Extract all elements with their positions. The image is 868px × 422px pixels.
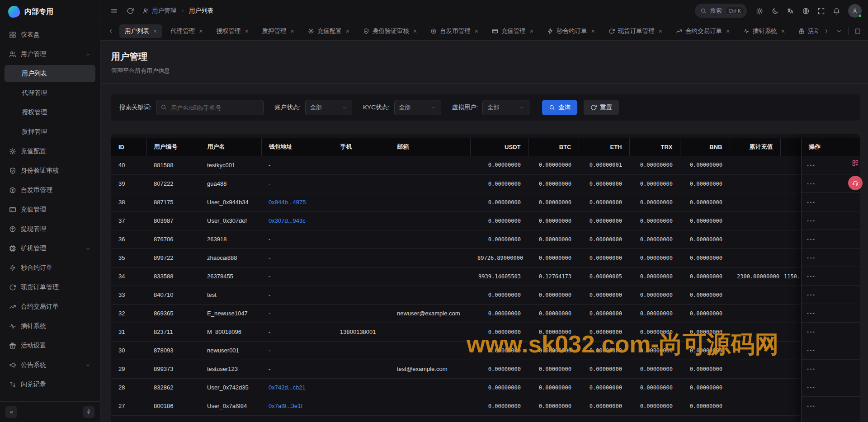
breadcrumb-root[interactable]: 用户管理 (143, 7, 176, 15)
sidebar-item[interactable]: 授权管理 (5, 104, 95, 121)
app-logo[interactable]: 内部专用 (0, 0, 100, 23)
close-icon[interactable]: × (659, 28, 662, 34)
row-actions-button[interactable]: ··· (807, 403, 816, 409)
row-actions-button[interactable]: ··· (807, 254, 816, 261)
row-actions-button[interactable]: ··· (807, 310, 816, 317)
tab[interactable]: 质押管理× (257, 24, 300, 38)
cell-wallet: - (261, 156, 333, 174)
close-icon[interactable]: × (199, 28, 203, 34)
sidebar-item[interactable]: 公告系统 (5, 356, 95, 374)
sidebar-item[interactable]: 身份验证审核 (5, 162, 95, 179)
sidebar-item[interactable]: 活动设置 (5, 337, 95, 354)
translate-icon[interactable] (783, 4, 797, 18)
close-icon[interactable]: × (726, 28, 730, 34)
close-icon[interactable]: × (245, 28, 248, 34)
kyc-status-select[interactable]: 全部 (394, 100, 441, 115)
sidebar-item[interactable]: 秒合约订单 (5, 259, 95, 277)
wallet-address-link[interactable]: 0x7af9...3e1f (269, 403, 302, 409)
tab[interactable]: 合约交易订单× (670, 24, 735, 38)
sidebar-item[interactable]: 充值配置 (5, 143, 95, 160)
cell-trx: 0.00000000 (629, 378, 680, 397)
breadcrumb-current[interactable]: 用户列表 (189, 7, 213, 15)
row-actions-button[interactable]: ··· (807, 180, 816, 187)
bell-icon[interactable] (829, 4, 844, 18)
query-button[interactable]: 查询 (542, 100, 577, 115)
close-icon[interactable]: × (475, 28, 478, 34)
fullscreen-icon[interactable] (814, 4, 828, 18)
close-icon[interactable]: × (413, 28, 417, 34)
close-icon[interactable]: × (530, 28, 533, 34)
cell-usdt: 89726.89000000 (470, 249, 528, 267)
wallet-address-link[interactable]: 0x944b...4975 (269, 199, 306, 206)
tab[interactable]: 授权管理× (211, 24, 254, 38)
tabs-scroll-right-button[interactable] (821, 25, 832, 37)
row-actions-button[interactable]: ··· (807, 291, 816, 298)
row-actions-button[interactable]: ··· (807, 217, 816, 224)
row-actions-button[interactable]: ··· (807, 366, 816, 372)
tab[interactable]: 现货订单管理× (603, 24, 668, 38)
close-icon[interactable]: × (291, 28, 294, 34)
tab[interactable]: 插针系统× (738, 24, 790, 38)
tab[interactable]: 秒合约订单× (542, 24, 600, 38)
tab[interactable]: 充值管理× (486, 24, 539, 38)
sidebar-item[interactable]: 代理管理 (5, 84, 95, 102)
wallet-address-link[interactable]: 0x742d...cb21 (269, 384, 306, 391)
row-actions-button[interactable]: ··· (807, 328, 816, 335)
customer-service-button[interactable] (848, 176, 863, 190)
global-search-button[interactable]: 搜索 Ctrl K (695, 4, 747, 18)
layout-panel-button[interactable] (852, 25, 863, 37)
row-actions-button[interactable]: ··· (807, 199, 816, 206)
tab[interactable]: 身份验证审核× (358, 24, 422, 38)
close-icon[interactable]: × (346, 28, 349, 34)
shield-icon (9, 167, 16, 174)
column-header: BTC (528, 138, 579, 156)
refresh-icon[interactable] (123, 4, 137, 18)
sidebar-item[interactable]: 质押管理 (5, 123, 95, 141)
sidebar-item[interactable]: 用户管理 (5, 46, 95, 63)
sidebar-item[interactable]: 充值管理 (5, 201, 95, 218)
gear-icon[interactable] (752, 4, 767, 18)
tab[interactable]: 代理管理× (165, 24, 208, 38)
user-avatar[interactable] (848, 4, 862, 18)
row-actions-button[interactable]: ··· (807, 347, 816, 354)
sidebar-item[interactable]: 合约交易订单 (5, 298, 95, 315)
theme-icon[interactable] (768, 4, 782, 18)
row-actions-button[interactable]: ··· (807, 236, 816, 243)
swap-icon (9, 381, 16, 388)
reset-button[interactable]: 重置 (584, 100, 619, 115)
cell-email (390, 397, 470, 415)
sidebar-item[interactable]: 闪兑记录 (5, 376, 95, 393)
sidebar-item[interactable]: 现货订单管理 (5, 279, 95, 296)
close-icon[interactable]: × (781, 28, 785, 34)
virtual-user-select[interactable]: 全部 (482, 100, 529, 115)
sidebar-item[interactable]: 插针系统 (5, 318, 95, 335)
keyword-input[interactable] (156, 100, 264, 115)
globe-icon[interactable] (798, 4, 813, 18)
hamburger-menu-icon[interactable] (107, 4, 121, 18)
row-actions-button[interactable]: ··· (807, 384, 816, 391)
flash-icon (547, 28, 553, 34)
row-actions-button[interactable]: ··· (807, 273, 816, 280)
pin-button[interactable] (83, 406, 94, 418)
tabs-dropdown-button[interactable] (833, 25, 845, 37)
tab[interactable]: 自发币管理× (425, 24, 484, 38)
table-viewport[interactable]: ID用户编号用户名钱包地址手机邮箱USDTBTCETHTRXBNB累计充值 40… (111, 138, 860, 422)
op-column-cells: ········································… (802, 156, 860, 415)
sidebar-item[interactable]: 矿机管理 (5, 240, 95, 257)
sidebar-item[interactable]: 用户列表 (5, 65, 95, 82)
float-tools-button[interactable] (848, 156, 863, 170)
account-status-select[interactable]: 全部 (305, 100, 352, 115)
wallet-address-link[interactable]: 0x307d...943c (269, 217, 306, 224)
tab[interactable]: 用户列表× (119, 24, 162, 38)
collapse-sidebar-button[interactable]: « (5, 406, 17, 418)
card-icon (492, 28, 498, 34)
sidebar-item[interactable]: 提现管理 (5, 220, 95, 238)
close-icon[interactable]: × (591, 28, 595, 34)
tab[interactable]: 充值配置× (302, 24, 355, 38)
tab[interactable]: 活动设置× (793, 24, 818, 38)
tabs-scroll-left-button[interactable] (105, 25, 117, 37)
sidebar-item[interactable]: 自发币管理 (5, 182, 95, 199)
close-icon[interactable]: × (153, 28, 157, 34)
sidebar-item[interactable]: 仪表盘 (5, 26, 95, 43)
row-actions-button[interactable]: ··· (807, 162, 816, 169)
